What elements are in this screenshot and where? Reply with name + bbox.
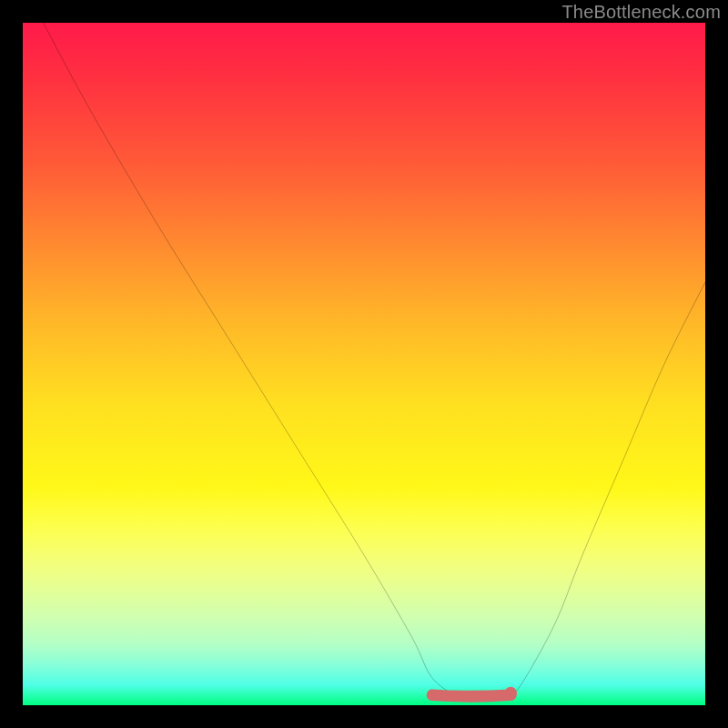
- chart-svg: [23, 23, 705, 705]
- watermark-text: TheBottleneck.com: [561, 2, 721, 23]
- chart-container: TheBottleneck.com: [0, 0, 728, 728]
- flat-zone-segment: [432, 695, 511, 697]
- bottleneck-curve: [44, 23, 706, 699]
- flat-zone-dot: [505, 687, 518, 700]
- bottleneck-curve-path: [44, 23, 706, 699]
- flat-zone-highlight: [432, 687, 517, 700]
